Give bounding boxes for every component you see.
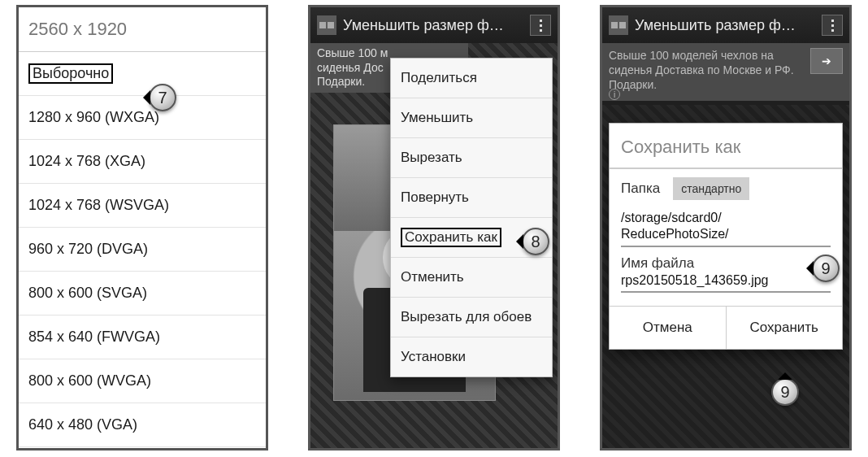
menu-label: Повернуть — [401, 189, 469, 205]
app-title: Уменьшить размер ф… — [635, 17, 796, 34]
menu-label: Поделиться — [401, 70, 477, 85]
save-as-dialog: Сохранить как Папка стандартно /storage/… — [609, 123, 843, 350]
size-item[interactable]: 800 x 600 (SVGA) — [19, 272, 266, 316]
size-item-label: 800 x 600 (WVGA) — [28, 372, 151, 389]
dialog-title: Сохранить как — [621, 124, 831, 168]
save-button[interactable]: Сохранить — [726, 307, 843, 349]
screen-save-dialog: Уменьшить размер ф… Свыше 100 моделей че… — [600, 5, 852, 450]
size-list: 2560 x 1920 Выборочно 1280 x 960 (WXGA) … — [19, 7, 266, 448]
size-item[interactable]: 854 x 640 (FWVGA) — [19, 316, 266, 359]
callout-9b: 9 — [771, 378, 799, 406]
size-item[interactable]: 640 x 480 (VGA) — [19, 403, 266, 447]
app-icon — [609, 15, 628, 35]
menu-label: Вырезать — [401, 150, 462, 165]
size-item-label: 1280 x 960 (WXGA) — [28, 109, 159, 125]
menu-label: Установки — [401, 349, 466, 364]
size-item-label: Выборочно — [28, 63, 113, 84]
overflow-button[interactable] — [822, 15, 843, 36]
menu-rotate[interactable]: Повернуть — [391, 178, 552, 218]
menu-settings[interactable]: Установки — [391, 337, 552, 376]
app-bar: Уменьшить размер ф… — [602, 7, 849, 43]
size-item-label: 960 x 720 (DVGA) — [28, 241, 148, 257]
folder-default-button[interactable]: стандартно — [673, 177, 749, 200]
folder-label: Папка — [621, 181, 660, 197]
menu-share[interactable]: Поделиться — [391, 59, 552, 98]
app-title: Уменьшить размер ф… — [343, 17, 504, 34]
app-icon — [317, 15, 336, 35]
callout-7: 7 — [149, 84, 176, 111]
size-item[interactable]: 1024 x 768 (WSVGA) — [19, 184, 266, 228]
app-bar: Уменьшить размер ф… — [310, 7, 558, 43]
size-item-label: 640 x 480 (VGA) — [28, 416, 137, 433]
menu-cancel[interactable]: Отменить — [391, 258, 552, 298]
screen-context-menu: Уменьшить размер ф… Свыше 100 м сиденья … — [308, 5, 560, 450]
callout-9a: 9 — [812, 255, 840, 282]
ad-banner[interactable]: Свыше 100 моделей чехлов на сиденья Дост… — [602, 43, 849, 101]
size-item-custom[interactable]: Выборочно — [19, 52, 266, 96]
menu-wallpaper[interactable]: Вырезать для обоев — [391, 298, 552, 337]
screen-size-picker: 2560 x 1920 Выборочно 1280 x 960 (WXGA) … — [16, 5, 268, 450]
context-menu: Поделиться Уменьшить Вырезать Повернуть … — [390, 58, 553, 377]
menu-crop[interactable]: Вырезать — [391, 138, 552, 178]
size-item-label: 854 x 640 (FWVGA) — [28, 329, 160, 345]
ad-text: Свыше 100 моделей чехлов на сиденья Дост… — [609, 48, 794, 93]
ad-arrow-icon[interactable]: ➔ — [810, 48, 843, 74]
folder-path-field[interactable]: /storage/sdcard0/ ReducePhotoSize/ — [621, 208, 831, 247]
menu-label: Вырезать для обоев — [401, 309, 532, 324]
size-item[interactable]: 1024 x 768 (XGA) — [19, 140, 266, 184]
ad-info-icon[interactable]: i — [609, 89, 620, 100]
size-item[interactable]: 960 x 720 (DVGA) — [19, 228, 266, 272]
size-list-title: 2560 x 1920 — [19, 7, 266, 52]
cancel-button[interactable]: Отмена — [610, 307, 726, 349]
overflow-button[interactable] — [530, 15, 551, 36]
menu-label: Сохранить как — [401, 228, 501, 247]
callout-8: 8 — [522, 228, 549, 255]
size-item[interactable]: 800 x 600 (WVGA) — [19, 359, 266, 403]
menu-label: Уменьшить — [401, 110, 473, 125]
size-item-label: 1024 x 768 (WSVGA) — [28, 197, 169, 213]
menu-label: Отменить — [401, 269, 464, 285]
menu-reduce[interactable]: Уменьшить — [391, 98, 552, 138]
size-item-label: 1024 x 768 (XGA) — [28, 153, 145, 169]
size-item-label: 800 x 600 (SVGA) — [28, 285, 147, 301]
ad-text: Свыше 100 м сиденья Дос Подарки. — [317, 46, 388, 89]
